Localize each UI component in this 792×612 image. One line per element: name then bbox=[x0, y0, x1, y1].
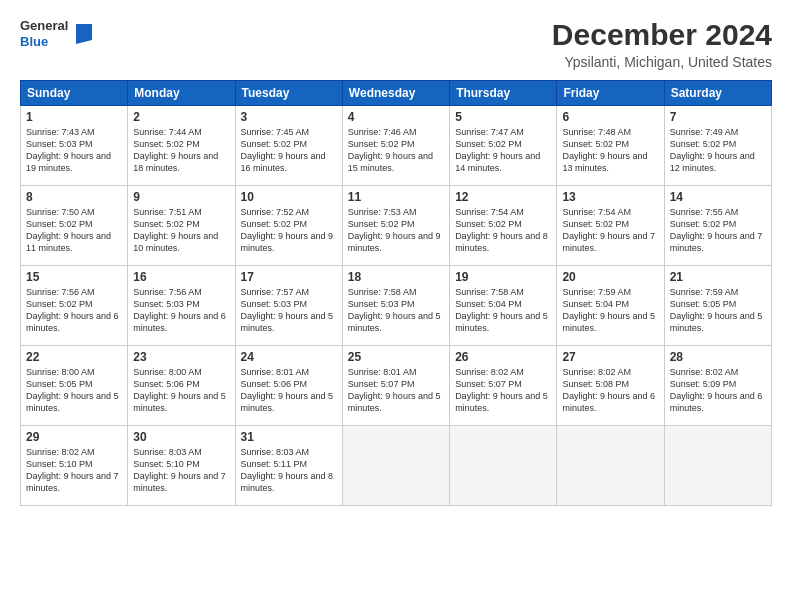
day-number: 17 bbox=[241, 270, 337, 284]
table-row: 7 Sunrise: 7:49 AMSunset: 5:02 PMDayligh… bbox=[664, 106, 771, 186]
day-info: Sunrise: 7:45 AMSunset: 5:02 PMDaylight:… bbox=[241, 127, 326, 173]
day-number: 3 bbox=[241, 110, 337, 124]
day-number: 8 bbox=[26, 190, 122, 204]
day-number: 5 bbox=[455, 110, 551, 124]
day-number: 31 bbox=[241, 430, 337, 444]
day-number: 18 bbox=[348, 270, 444, 284]
table-row bbox=[450, 426, 557, 506]
day-info: Sunrise: 8:02 AMSunset: 5:08 PMDaylight:… bbox=[562, 367, 655, 413]
logo-icon bbox=[72, 20, 96, 48]
day-number: 13 bbox=[562, 190, 658, 204]
col-wednesday: Wednesday bbox=[342, 81, 449, 106]
col-friday: Friday bbox=[557, 81, 664, 106]
day-info: Sunrise: 7:59 AMSunset: 5:05 PMDaylight:… bbox=[670, 287, 763, 333]
table-row: 20 Sunrise: 7:59 AMSunset: 5:04 PMDaylig… bbox=[557, 266, 664, 346]
table-row: 10 Sunrise: 7:52 AMSunset: 5:02 PMDaylig… bbox=[235, 186, 342, 266]
table-row: 24 Sunrise: 8:01 AMSunset: 5:06 PMDaylig… bbox=[235, 346, 342, 426]
table-row: 14 Sunrise: 7:55 AMSunset: 5:02 PMDaylig… bbox=[664, 186, 771, 266]
day-info: Sunrise: 7:58 AMSunset: 5:04 PMDaylight:… bbox=[455, 287, 548, 333]
day-number: 21 bbox=[670, 270, 766, 284]
day-info: Sunrise: 8:01 AMSunset: 5:07 PMDaylight:… bbox=[348, 367, 441, 413]
col-sunday: Sunday bbox=[21, 81, 128, 106]
table-row: 16 Sunrise: 7:56 AMSunset: 5:03 PMDaylig… bbox=[128, 266, 235, 346]
day-number: 19 bbox=[455, 270, 551, 284]
day-info: Sunrise: 7:58 AMSunset: 5:03 PMDaylight:… bbox=[348, 287, 441, 333]
day-info: Sunrise: 7:46 AMSunset: 5:02 PMDaylight:… bbox=[348, 127, 433, 173]
table-row: 22 Sunrise: 8:00 AMSunset: 5:05 PMDaylig… bbox=[21, 346, 128, 426]
col-tuesday: Tuesday bbox=[235, 81, 342, 106]
day-number: 9 bbox=[133, 190, 229, 204]
col-monday: Monday bbox=[128, 81, 235, 106]
table-row: 6 Sunrise: 7:48 AMSunset: 5:02 PMDayligh… bbox=[557, 106, 664, 186]
day-info: Sunrise: 8:02 AMSunset: 5:07 PMDaylight:… bbox=[455, 367, 548, 413]
calendar: Sunday Monday Tuesday Wednesday Thursday… bbox=[20, 80, 772, 506]
table-row bbox=[342, 426, 449, 506]
page: General Blue December 2024 Ypsilanti, Mi… bbox=[0, 0, 792, 612]
day-number: 10 bbox=[241, 190, 337, 204]
day-number: 28 bbox=[670, 350, 766, 364]
header: General Blue December 2024 Ypsilanti, Mi… bbox=[20, 18, 772, 70]
logo: General Blue bbox=[20, 18, 96, 49]
day-info: Sunrise: 7:54 AMSunset: 5:02 PMDaylight:… bbox=[455, 207, 548, 253]
logo-general: General bbox=[20, 18, 68, 34]
day-number: 2 bbox=[133, 110, 229, 124]
day-info: Sunrise: 7:43 AMSunset: 5:03 PMDaylight:… bbox=[26, 127, 111, 173]
day-info: Sunrise: 7:55 AMSunset: 5:02 PMDaylight:… bbox=[670, 207, 763, 253]
day-number: 12 bbox=[455, 190, 551, 204]
day-info: Sunrise: 7:50 AMSunset: 5:02 PMDaylight:… bbox=[26, 207, 111, 253]
table-row: 12 Sunrise: 7:54 AMSunset: 5:02 PMDaylig… bbox=[450, 186, 557, 266]
day-number: 25 bbox=[348, 350, 444, 364]
table-row: 4 Sunrise: 7:46 AMSunset: 5:02 PMDayligh… bbox=[342, 106, 449, 186]
day-number: 29 bbox=[26, 430, 122, 444]
day-number: 1 bbox=[26, 110, 122, 124]
table-row: 18 Sunrise: 7:58 AMSunset: 5:03 PMDaylig… bbox=[342, 266, 449, 346]
table-row: 26 Sunrise: 8:02 AMSunset: 5:07 PMDaylig… bbox=[450, 346, 557, 426]
month-title: December 2024 bbox=[552, 18, 772, 52]
day-info: Sunrise: 7:49 AMSunset: 5:02 PMDaylight:… bbox=[670, 127, 755, 173]
day-number: 14 bbox=[670, 190, 766, 204]
table-row: 8 Sunrise: 7:50 AMSunset: 5:02 PMDayligh… bbox=[21, 186, 128, 266]
day-info: Sunrise: 8:01 AMSunset: 5:06 PMDaylight:… bbox=[241, 367, 334, 413]
table-row: 29 Sunrise: 8:02 AMSunset: 5:10 PMDaylig… bbox=[21, 426, 128, 506]
title-block: December 2024 Ypsilanti, Michigan, Unite… bbox=[552, 18, 772, 70]
day-info: Sunrise: 7:44 AMSunset: 5:02 PMDaylight:… bbox=[133, 127, 218, 173]
day-info: Sunrise: 8:00 AMSunset: 5:06 PMDaylight:… bbox=[133, 367, 226, 413]
day-number: 11 bbox=[348, 190, 444, 204]
day-number: 15 bbox=[26, 270, 122, 284]
day-number: 26 bbox=[455, 350, 551, 364]
col-thursday: Thursday bbox=[450, 81, 557, 106]
table-row: 23 Sunrise: 8:00 AMSunset: 5:06 PMDaylig… bbox=[128, 346, 235, 426]
logo-text: General Blue bbox=[20, 18, 68, 49]
table-row bbox=[557, 426, 664, 506]
day-info: Sunrise: 7:53 AMSunset: 5:02 PMDaylight:… bbox=[348, 207, 441, 253]
table-row: 11 Sunrise: 7:53 AMSunset: 5:02 PMDaylig… bbox=[342, 186, 449, 266]
table-row: 17 Sunrise: 7:57 AMSunset: 5:03 PMDaylig… bbox=[235, 266, 342, 346]
table-row: 3 Sunrise: 7:45 AMSunset: 5:02 PMDayligh… bbox=[235, 106, 342, 186]
day-number: 24 bbox=[241, 350, 337, 364]
table-row: 15 Sunrise: 7:56 AMSunset: 5:02 PMDaylig… bbox=[21, 266, 128, 346]
day-info: Sunrise: 8:02 AMSunset: 5:10 PMDaylight:… bbox=[26, 447, 119, 493]
table-row: 19 Sunrise: 7:58 AMSunset: 5:04 PMDaylig… bbox=[450, 266, 557, 346]
day-info: Sunrise: 7:56 AMSunset: 5:02 PMDaylight:… bbox=[26, 287, 119, 333]
day-info: Sunrise: 7:52 AMSunset: 5:02 PMDaylight:… bbox=[241, 207, 334, 253]
day-number: 20 bbox=[562, 270, 658, 284]
table-row: 1 Sunrise: 7:43 AMSunset: 5:03 PMDayligh… bbox=[21, 106, 128, 186]
day-info: Sunrise: 8:03 AMSunset: 5:11 PMDaylight:… bbox=[241, 447, 334, 493]
day-info: Sunrise: 7:57 AMSunset: 5:03 PMDaylight:… bbox=[241, 287, 334, 333]
col-saturday: Saturday bbox=[664, 81, 771, 106]
day-number: 22 bbox=[26, 350, 122, 364]
table-row: 25 Sunrise: 8:01 AMSunset: 5:07 PMDaylig… bbox=[342, 346, 449, 426]
table-row: 9 Sunrise: 7:51 AMSunset: 5:02 PMDayligh… bbox=[128, 186, 235, 266]
table-row: 28 Sunrise: 8:02 AMSunset: 5:09 PMDaylig… bbox=[664, 346, 771, 426]
day-info: Sunrise: 7:47 AMSunset: 5:02 PMDaylight:… bbox=[455, 127, 540, 173]
day-info: Sunrise: 8:00 AMSunset: 5:05 PMDaylight:… bbox=[26, 367, 119, 413]
day-number: 6 bbox=[562, 110, 658, 124]
table-row bbox=[664, 426, 771, 506]
day-info: Sunrise: 8:03 AMSunset: 5:10 PMDaylight:… bbox=[133, 447, 226, 493]
day-info: Sunrise: 7:48 AMSunset: 5:02 PMDaylight:… bbox=[562, 127, 647, 173]
day-number: 30 bbox=[133, 430, 229, 444]
day-number: 27 bbox=[562, 350, 658, 364]
table-row: 21 Sunrise: 7:59 AMSunset: 5:05 PMDaylig… bbox=[664, 266, 771, 346]
svg-marker-0 bbox=[76, 24, 92, 44]
day-info: Sunrise: 7:54 AMSunset: 5:02 PMDaylight:… bbox=[562, 207, 655, 253]
